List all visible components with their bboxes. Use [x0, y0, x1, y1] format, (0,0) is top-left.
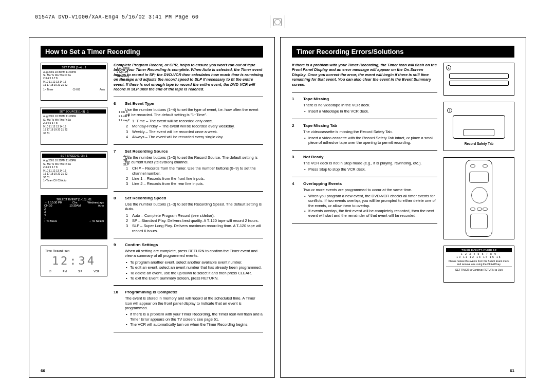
step-2: 2Tape Missing TabThe videocassette is mi… — [292, 123, 437, 146]
page-number-left: 60 — [41, 368, 45, 373]
step-number: 3 — [292, 155, 299, 173]
step-6: 6Set Event TypeUse the number buttons (1… — [114, 101, 263, 140]
step-number: 9 — [114, 242, 121, 281]
sub-item: 1CH # – Records from the Tuner. Use the … — [126, 166, 263, 176]
left-text-column: Complete Program Record, or CPR, helps t… — [114, 63, 263, 337]
step-description: There is no videotape in the VCR deck. — [303, 103, 437, 107]
page-right: GB Timer Recording Errors/Solutions If t… — [280, 37, 526, 378]
fig-vcr-deck: 1 — [443, 63, 514, 96]
page-number-right: 61 — [510, 368, 514, 373]
sub-item: 3Weekly – The event will be recorded onc… — [126, 129, 263, 134]
bullet-item: To program another event, select another… — [126, 260, 263, 265]
step-number: 8 — [114, 196, 121, 234]
step-title: Overlapping Events — [303, 181, 437, 186]
right-title-bar: Timer Recording Errors/Solutions — [292, 46, 514, 58]
step-9: 9Confirm SettingsWhen all setting are co… — [114, 242, 263, 281]
step-number: 2 — [292, 123, 299, 146]
bullet-item: Press Stop to stop the VCR deck. — [304, 167, 437, 172]
step-description: The VCR deck is not in Stop mode (e.g., … — [303, 161, 437, 165]
step-number: 1 — [292, 97, 299, 115]
sub-item: 1Auto – Complete Program Record (see sid… — [126, 213, 263, 218]
step-4: 4Overlapping EventsTwo or more events ar… — [292, 181, 437, 219]
fig-set-speed: SET SPEED [1~3] : 1 Aug 2001 10:30PM 11:… — [41, 151, 107, 189]
bullet-item: Insert a video cassette with the Record … — [304, 136, 437, 145]
step-description: Use the number buttons (1~4) to set the … — [125, 107, 263, 117]
bullet-item: To delete an event, use the up/down to s… — [126, 271, 263, 275]
bullet-item: The VCR will automatically turn on when … — [126, 322, 263, 327]
page-spread: GB How to Set a Timer Recording SET TYPE… — [29, 37, 526, 378]
step-number: 10 — [114, 290, 121, 327]
right-figures-column: 1 2 Record Safety Tab — [443, 63, 514, 283]
step-title: Tape Missing Tab — [303, 123, 437, 128]
step-description: Use the number buttons (1~3) to set the … — [125, 155, 263, 165]
step-title: Set Event Type — [125, 101, 263, 106]
bullet-item: If there is a problem with your Timer Re… — [126, 312, 263, 322]
fig-set-type: SET TYPE [1~4] : 1 Aug 2001 10:30PM 11:0… — [41, 63, 107, 101]
sub-item: 3Line 2 – Records from the rear line inp… — [126, 181, 263, 186]
sub-item: 2Monday-Friday – The event will be recor… — [126, 124, 263, 128]
bullet-item: Insert a videotape in the VCR deck. — [304, 109, 437, 114]
crop-marks — [270, 15, 285, 28]
step-title: Programming is Complete! — [125, 290, 263, 295]
step-1: 1Tape MissingThere is no videotape in th… — [292, 97, 437, 115]
step-number: 7 — [114, 149, 121, 187]
sub-item: 4Always – The event will be recorded eve… — [126, 135, 263, 139]
step-8: 8Set Recording SpeedUse the number butto… — [114, 196, 263, 234]
step-title: Tape Missing — [303, 97, 437, 102]
step-description: Two or more events are programmed to occ… — [303, 188, 437, 192]
fig1-legend: 1 1~Time2 Mo~Fr3 Weekly4 Always — [117, 66, 130, 82]
fig-select-event: SELECT EVENT [1~16] : 01 → 1 10:30 PMChs… — [41, 195, 107, 239]
left-title-bar: How to Set a Timer Recording — [41, 46, 263, 58]
fig-record-safety-tab: 2 Record Safety Tab — [443, 102, 514, 151]
step-title: Not Ready — [303, 155, 437, 160]
fig-timer-events-overlap: TIMER EVENTS OVERLAP 1 2 3 4 5 6 7 8 9 1… — [443, 246, 514, 283]
step-3: 3Not ReadyThe VCR deck is not in Stop mo… — [292, 155, 437, 173]
header-meta: 01547A DVD-V1000/XAA-Eng4 5/16/02 3:41 P… — [35, 14, 199, 20]
bullet-item: When you program a new event, the DVD-VC… — [304, 194, 437, 208]
fig-time-record-icon: Time Record Icon 12:34 ⏱PMS PVCR — [41, 246, 107, 276]
left-intro: Complete Program Record, or CPR, helps t… — [114, 63, 263, 91]
sub-item: 11~Time – The event will be recorded onl… — [126, 119, 263, 123]
sub-item: 2Line 1 – Records from the front line in… — [126, 176, 263, 181]
fig-set-source: SET SOURCE [1~3] : 1 Aug 2001 10:30PM 11… — [41, 107, 107, 145]
step-description: The event is stored in memory and will r… — [125, 296, 263, 310]
left-figures-column: SET TYPE [1~4] : 1 Aug 2001 10:30PM 11:0… — [41, 63, 107, 337]
step-10: 10Programming is Complete!The event is s… — [114, 290, 263, 327]
right-intro: If there is a problem with your Timer Re… — [292, 63, 437, 87]
step-title: Confirm Settings — [125, 242, 263, 248]
page-left: GB How to Set a Timer Recording SET TYPE… — [29, 37, 275, 378]
step-description: When all setting are complete, press RET… — [125, 249, 263, 258]
bullet-item: If events overlap, the first event will … — [304, 209, 437, 218]
step-description: Use the number buttons (1~3) to set the … — [125, 202, 263, 212]
bullet-item: To edit an event, select an event number… — [126, 265, 263, 270]
step-description: The videocassette is missing the Record … — [303, 129, 437, 134]
fig-remote-control — [443, 157, 514, 239]
sub-item: 2SP – Standard Play. Delivers best quali… — [126, 218, 263, 223]
step-title: Set Recording Source — [125, 149, 263, 154]
sub-item: 3SLP – Super Long Play. Delivers maximum… — [126, 223, 263, 233]
step-7: 7Set Recording SourceUse the number butt… — [114, 149, 263, 187]
step-number: 4 — [292, 181, 299, 219]
step-title: Set Recording Speed — [125, 196, 263, 201]
bullet-item: To exit the Event Summary screen, press … — [126, 276, 263, 281]
right-text-column: If there is a problem with your Timer Re… — [292, 63, 437, 283]
